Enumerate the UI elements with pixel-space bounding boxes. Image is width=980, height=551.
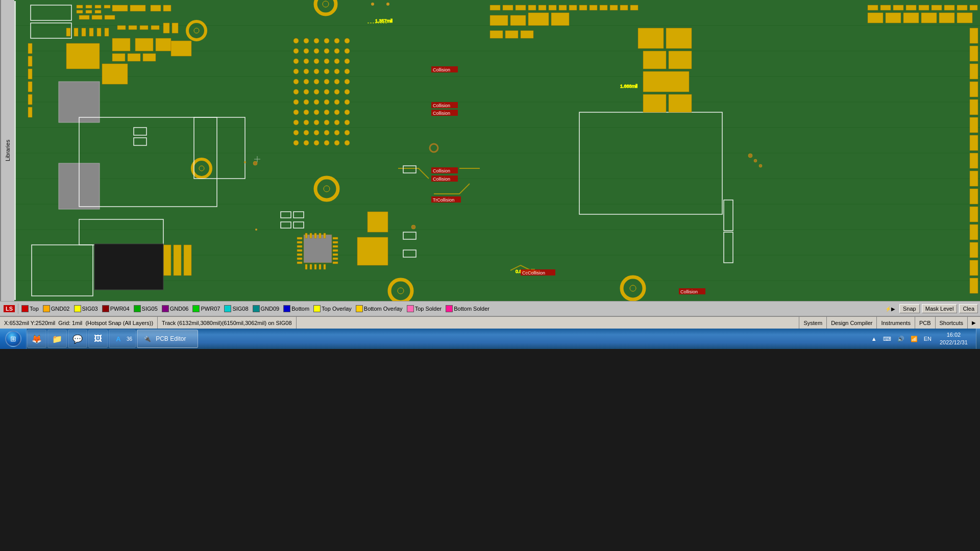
- svg-point-134: [630, 285, 636, 291]
- layer-bottom-overlay-color: [356, 305, 363, 312]
- svg-rect-38: [140, 26, 148, 30]
- layer-pwr04[interactable]: PWR04: [101, 305, 131, 312]
- clear-button[interactable]: Clea: [959, 304, 978, 313]
- taskbar-photos[interactable]: 🖼: [88, 330, 108, 348]
- layer-bottom[interactable]: Bottom: [282, 305, 311, 312]
- svg-text:CcCollision: CcCollision: [522, 270, 545, 276]
- layer-top-solder-label: Top Solder: [415, 306, 442, 312]
- svg-rect-159: [510, 15, 526, 26]
- svg-rect-203: [368, 212, 388, 232]
- svg-rect-34: [97, 28, 101, 36]
- svg-rect-196: [970, 189, 978, 204]
- svg-rect-52: [28, 82, 32, 92]
- svg-rect-178: [944, 5, 954, 10]
- svg-rect-43: [135, 38, 153, 51]
- clock-display[interactable]: 16:02 2022/12/31: [936, 331, 972, 347]
- svg-point-67: [334, 48, 339, 54]
- taskbar-font[interactable]: A 36: [109, 330, 136, 348]
- layer-gnd06[interactable]: GND06: [160, 305, 190, 312]
- svg-point-118: [304, 140, 309, 145]
- design-compiler-btn[interactable]: Design Compiler: [826, 317, 876, 329]
- layer-bottom-overlay[interactable]: Bottom Overlay: [354, 305, 404, 312]
- svg-rect-211: [297, 249, 302, 252]
- svg-rect-45: [112, 54, 125, 61]
- svg-rect-170: [643, 94, 666, 112]
- svg-rect-42: [112, 38, 130, 51]
- taskbar-firefox[interactable]: 🦊: [27, 330, 46, 348]
- show-desktop-button[interactable]: [976, 329, 980, 349]
- svg-rect-37: [129, 26, 137, 30]
- system-btn[interactable]: System: [799, 317, 826, 329]
- status-bar: X:6532mil Y:2520mil Grid: 1mil (Hotspot …: [0, 316, 980, 329]
- mask-level-button[interactable]: Mask Level: [922, 304, 958, 313]
- svg-point-132: [398, 288, 404, 294]
- layer-pwr04-label: PWR04: [110, 306, 130, 312]
- pcb-btn[interactable]: PCB: [915, 317, 935, 329]
- layer-ls-btn[interactable]: LS: [2, 305, 16, 312]
- layer-sig08[interactable]: SIG08: [223, 305, 250, 312]
- shortcuts-btn[interactable]: Shortcuts: [935, 317, 967, 329]
- svg-rect-222: [305, 233, 307, 238]
- svg-rect-228: [310, 264, 312, 269]
- layer-top-overlay[interactable]: Top Overlay: [312, 305, 353, 312]
- svg-point-102: [324, 110, 329, 115]
- layer-pwr07[interactable]: PWR07: [191, 305, 222, 312]
- svg-rect-30: [66, 28, 70, 36]
- svg-rect-14: [59, 82, 100, 122]
- layer-sig03[interactable]: SIG03: [72, 305, 100, 312]
- svg-point-106: [304, 120, 309, 125]
- tray-expand[interactable]: ▲: [869, 336, 879, 342]
- svg-rect-182: [886, 13, 901, 23]
- svg-point-85: [334, 79, 339, 84]
- svg-rect-48: [171, 41, 191, 56]
- svg-rect-16: [77, 5, 83, 8]
- layer-top-overlay-color: [313, 305, 321, 312]
- svg-rect-47: [143, 54, 156, 61]
- svg-text:1.668mil: 1.668mil: [620, 84, 638, 89]
- layer-top-solder-color: [407, 305, 414, 312]
- layer-gnd02[interactable]: GND02: [41, 305, 71, 312]
- svg-rect-33: [89, 28, 93, 36]
- svg-rect-212: [297, 254, 302, 256]
- svg-rect-148: [538, 5, 546, 10]
- layer-top[interactable]: Top: [20, 305, 40, 312]
- layer-sig05[interactable]: SIG05: [132, 305, 159, 312]
- svg-rect-226: [324, 233, 326, 238]
- start-button[interactable]: [0, 329, 27, 349]
- svg-rect-46: [128, 54, 140, 61]
- svg-point-63: [293, 48, 299, 54]
- svg-rect-184: [921, 13, 937, 23]
- pcb-canvas[interactable]: 1.357mil 1.668mil 0.867million Collision…: [0, 0, 980, 301]
- taskbar-wechat[interactable]: 💬: [68, 330, 87, 348]
- language-indicator[interactable]: EN: [922, 336, 934, 342]
- svg-rect-20: [77, 10, 83, 13]
- svg-point-66: [324, 48, 329, 54]
- track-info-text: Track (6132mil,3080mil)(6150mil,3062mil)…: [162, 320, 292, 326]
- instruments-btn[interactable]: Instruments: [876, 317, 914, 329]
- libraries-panel[interactable]: Libraries: [0, 0, 14, 301]
- folder-icon: 📁: [51, 333, 63, 345]
- svg-rect-150: [559, 5, 567, 10]
- snap-button[interactable]: Snap: [899, 304, 920, 313]
- svg-rect-144: [490, 5, 500, 10]
- svg-rect-21: [86, 10, 92, 13]
- network-icon[interactable]: 📶: [909, 336, 920, 342]
- expand-btn[interactable]: ▶: [967, 317, 980, 329]
- layer-top-overlay-label: Top Overlay: [322, 306, 352, 312]
- svg-rect-157: [630, 5, 638, 10]
- layer-bottom-solder[interactable]: Bottom Solder: [444, 305, 491, 312]
- taskbar-folder[interactable]: 📁: [47, 330, 67, 348]
- svg-rect-223: [310, 233, 312, 238]
- svg-rect-50: [28, 56, 32, 66]
- svg-rect-39: [151, 26, 159, 30]
- svg-rect-147: [528, 5, 536, 10]
- svg-rect-167: [643, 51, 666, 69]
- snap-text: (Hotspot Snap (All Layers)): [85, 320, 153, 326]
- layer-top-solder[interactable]: Top Solder: [405, 305, 444, 312]
- taskbar-pcb-editor[interactable]: 🔌 PCB Editor: [137, 330, 198, 348]
- tray-volume[interactable]: 🔊: [895, 336, 906, 342]
- svg-rect-224: [314, 233, 316, 238]
- svg-point-79: [334, 69, 339, 74]
- layer-gnd09[interactable]: GND09: [251, 305, 281, 312]
- tray-keyboard[interactable]: ⌨: [881, 336, 893, 342]
